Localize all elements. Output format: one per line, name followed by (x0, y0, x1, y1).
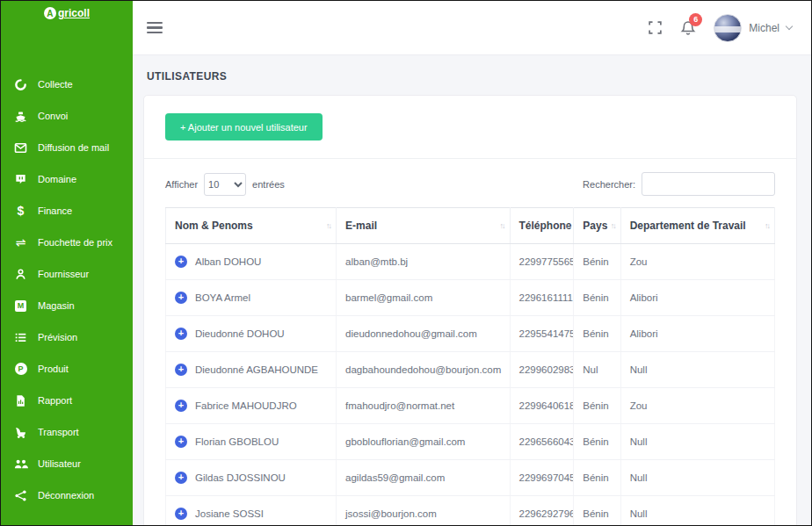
sidebar-item-convoi[interactable]: Convoi (1, 100, 133, 132)
table-header-row: Nom & Penoms↑↓ E-mail↑↓ Téléphone↑↓ Pays… (166, 208, 775, 244)
user-phone-cell: 22962927960 (510, 496, 574, 526)
user-name-cell: Florian GBOBLOU (195, 436, 279, 447)
column-header-name[interactable]: Nom & Penoms↑↓ (166, 208, 337, 244)
sort-icon: ↑↓ (611, 221, 615, 230)
sidebar-item-transport[interactable]: Transport (1, 416, 133, 448)
user-name: Michel (749, 22, 779, 34)
expand-row-icon[interactable]: + (175, 436, 187, 448)
user-country-cell: Nul (574, 352, 620, 388)
sidebar-item-rapport[interactable]: Rapport (1, 385, 133, 416)
expand-row-icon[interactable]: + (175, 292, 187, 304)
sidebar-item-domaine[interactable]: Domaine (1, 163, 133, 195)
sidebar: A gricoll Collecte Convoi Diffusio (1, 1, 133, 525)
sidebar-item-fournisseur[interactable]: Fournisseur (1, 258, 133, 290)
finance-icon: $ (13, 204, 28, 218)
menu-toggle-icon[interactable] (147, 19, 163, 36)
user-phone-cell: 22961611119 (510, 280, 574, 316)
sidebar-item-produit[interactable]: P Produit (1, 353, 133, 385)
sidebar-item-utilisateur[interactable]: Utilisateur (1, 448, 133, 479)
user-name-cell: Josiane SOSSI (195, 508, 264, 519)
table-row: +Josiane SOSSI jsossi@bourjon.com 229629… (166, 496, 775, 526)
fullscreen-icon[interactable] (648, 20, 663, 35)
expand-row-icon[interactable]: + (175, 472, 187, 484)
exchange-icon: ⇌ (13, 235, 28, 249)
user-name-cell: Dieudonné DOHOU (195, 328, 285, 339)
sidebar-item-label: Fouchette de prix (38, 237, 112, 248)
topbar-actions: 6 Michel (648, 14, 792, 42)
search-area: Rechercher: (583, 172, 775, 196)
brand-logo-text: gricoll (58, 7, 90, 19)
expand-row-icon[interactable]: + (175, 256, 187, 268)
produit-icon: P (13, 362, 28, 376)
sidebar-item-label: Diffusion de mail (38, 142, 109, 153)
users-card: + Ajouter un nouvel utilisateur Afficher… (143, 95, 797, 525)
sidebar-item-finance[interactable]: $ Finance (1, 195, 133, 227)
notification-count-badge: 6 (689, 13, 702, 26)
page-content: UTILISATEURS + Ajouter un nouvel utilisa… (133, 55, 811, 525)
user-department-cell: Null (620, 460, 774, 496)
search-label: Rechercher: (583, 179, 635, 190)
column-header-label: Departement de Travail (630, 220, 746, 232)
column-header-email[interactable]: E-mail↑↓ (337, 208, 511, 244)
report-icon (13, 393, 28, 407)
column-header-country[interactable]: Pays↑↓ (574, 208, 620, 244)
column-header-phone[interactable]: Téléphone↑↓ (510, 208, 574, 244)
user-phone-cell: 22996970452 (510, 460, 574, 496)
show-entries-label: Afficher (165, 179, 198, 190)
user-name-cell: BOYA Armel (195, 292, 250, 303)
sort-icon: ↑↓ (563, 221, 568, 230)
user-email-cell: dieudonnedohou@gmail.com (337, 316, 511, 352)
produit-glyph: P (15, 363, 27, 375)
user-email-cell: barmel@gmail.com (337, 280, 511, 316)
expand-row-icon[interactable]: + (175, 328, 187, 340)
sidebar-item-deconnexion[interactable]: Déconnexion (1, 479, 133, 511)
user-country-cell: Bénin (574, 424, 620, 460)
convoi-icon (13, 109, 28, 123)
page-length-select[interactable]: 10 (204, 173, 246, 196)
sidebar-item-label: Magasin (38, 300, 75, 311)
sidebar-item-label: Collecte (38, 79, 73, 90)
sidebar-item-label: Rapport (38, 395, 72, 406)
main-area: 6 Michel UTILISATEURS + Ajouter un nouve… (133, 1, 811, 525)
page-title: UTILISATEURS (133, 55, 811, 95)
sort-icon: ↑↓ (765, 221, 769, 230)
share-icon (13, 488, 28, 502)
sort-icon: ↑↓ (500, 221, 504, 230)
user-country-cell: Bénin (574, 388, 620, 424)
card-divider (144, 158, 796, 159)
sidebar-item-magasin[interactable]: M Magasin (1, 290, 133, 321)
user-department-cell: Null (620, 352, 774, 388)
user-phone-cell: 22996406181 (510, 388, 574, 424)
expand-row-icon[interactable]: + (175, 364, 187, 376)
user-name-cell: Alban DOHOU (195, 256, 261, 267)
user-menu[interactable]: Michel (714, 14, 792, 42)
table-row: +Alban DOHOU alban@mtb.bj 22997755651 Bé… (166, 244, 775, 280)
table-row: +Florian GBOBLOU gboblouflorian@gmail.co… (166, 424, 775, 460)
user-country-cell: Bénin (574, 496, 620, 526)
users-icon (13, 457, 28, 471)
magasin-glyph: M (15, 300, 26, 312)
sidebar-item-prevision[interactable]: Prévision (1, 321, 133, 353)
user-department-cell: Zou (620, 244, 774, 280)
user-phone-cell: 22997755651 (510, 244, 574, 280)
sidebar-item-diffusion-de-mail[interactable]: Diffusion de mail (1, 132, 133, 163)
user-phone-cell: 22996029830 (510, 352, 574, 388)
user-name-cell: Gildas DJOSSINOU (195, 472, 286, 483)
sidebar-item-label: Transport (38, 427, 79, 437)
user-email-cell: agildas59@gmail.com (337, 460, 511, 496)
search-input[interactable] (642, 172, 775, 196)
sidebar-item-label: Domaine (38, 174, 76, 184)
sidebar-item-fouchette-de-prix[interactable]: ⇌ Fouchette de prix (1, 227, 133, 258)
add-user-button[interactable]: + Ajouter un nouvel utilisateur (165, 113, 323, 141)
table-row: +Gildas DJOSSINOU agildas59@gmail.com 22… (166, 460, 775, 496)
user-phone-cell: 22965660438 (510, 424, 574, 460)
user-email-cell: alban@mtb.bj (337, 244, 511, 280)
expand-row-icon[interactable]: + (175, 400, 187, 412)
expand-row-icon[interactable]: + (175, 508, 187, 520)
brand-logo[interactable]: A gricoll (1, 1, 133, 23)
user-email-cell: dagbahoundedohou@bourjon.com (337, 352, 511, 388)
sidebar-item-collecte[interactable]: Collecte (1, 68, 133, 100)
user-country-cell: Bénin (574, 460, 620, 496)
notifications-bell-icon[interactable]: 6 (680, 20, 696, 36)
column-header-department[interactable]: Departement de Travail↑↓ (620, 208, 774, 244)
